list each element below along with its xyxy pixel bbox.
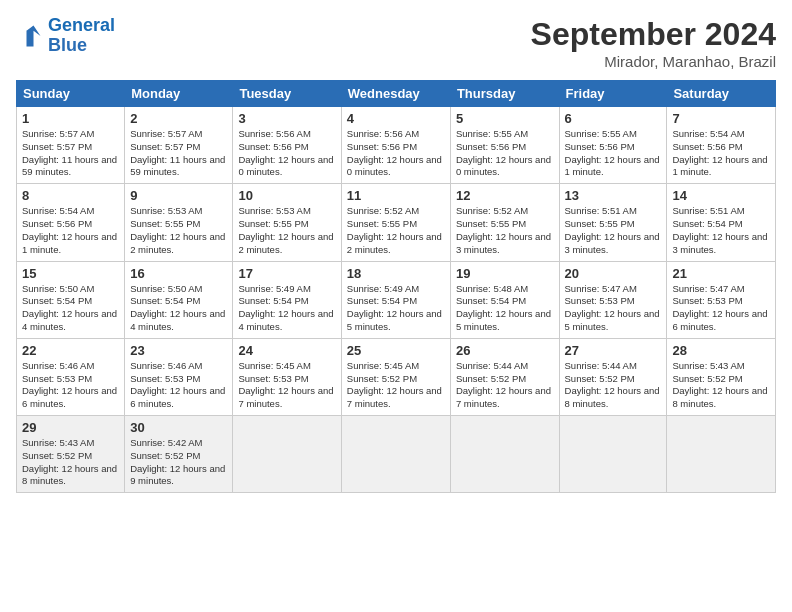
day-number: 25 [347, 343, 445, 358]
calendar-week-4: 29Sunrise: 5:43 AM Sunset: 5:52 PM Dayli… [17, 416, 776, 493]
logo-text: General Blue [48, 16, 115, 56]
day-info: Sunrise: 5:47 AM Sunset: 5:53 PM Dayligh… [565, 283, 662, 334]
day-number: 9 [130, 188, 227, 203]
day-info: Sunrise: 5:46 AM Sunset: 5:53 PM Dayligh… [22, 360, 119, 411]
day-info: Sunrise: 5:56 AM Sunset: 5:56 PM Dayligh… [347, 128, 445, 179]
day-number: 18 [347, 266, 445, 281]
day-number: 5 [456, 111, 554, 126]
day-info: Sunrise: 5:53 AM Sunset: 5:55 PM Dayligh… [238, 205, 335, 256]
calendar-cell: 26Sunrise: 5:44 AM Sunset: 5:52 PM Dayli… [450, 338, 559, 415]
calendar-cell: 5Sunrise: 5:55 AM Sunset: 5:56 PM Daylig… [450, 107, 559, 184]
calendar-cell [233, 416, 341, 493]
day-info: Sunrise: 5:50 AM Sunset: 5:54 PM Dayligh… [22, 283, 119, 334]
calendar-cell: 28Sunrise: 5:43 AM Sunset: 5:52 PM Dayli… [667, 338, 776, 415]
day-number: 11 [347, 188, 445, 203]
calendar-cell: 17Sunrise: 5:49 AM Sunset: 5:54 PM Dayli… [233, 261, 341, 338]
day-info: Sunrise: 5:45 AM Sunset: 5:53 PM Dayligh… [238, 360, 335, 411]
calendar-cell: 3Sunrise: 5:56 AM Sunset: 5:56 PM Daylig… [233, 107, 341, 184]
col-saturday: Saturday [667, 81, 776, 107]
day-number: 29 [22, 420, 119, 435]
calendar-cell: 16Sunrise: 5:50 AM Sunset: 5:54 PM Dayli… [125, 261, 233, 338]
col-thursday: Thursday [450, 81, 559, 107]
calendar-cell: 4Sunrise: 5:56 AM Sunset: 5:56 PM Daylig… [341, 107, 450, 184]
day-number: 17 [238, 266, 335, 281]
day-info: Sunrise: 5:45 AM Sunset: 5:52 PM Dayligh… [347, 360, 445, 411]
day-info: Sunrise: 5:57 AM Sunset: 5:57 PM Dayligh… [130, 128, 227, 179]
calendar-cell: 8Sunrise: 5:54 AM Sunset: 5:56 PM Daylig… [17, 184, 125, 261]
day-info: Sunrise: 5:52 AM Sunset: 5:55 PM Dayligh… [347, 205, 445, 256]
calendar-cell [450, 416, 559, 493]
calendar-cell: 10Sunrise: 5:53 AM Sunset: 5:55 PM Dayli… [233, 184, 341, 261]
col-tuesday: Tuesday [233, 81, 341, 107]
day-info: Sunrise: 5:43 AM Sunset: 5:52 PM Dayligh… [672, 360, 770, 411]
day-number: 1 [22, 111, 119, 126]
day-info: Sunrise: 5:49 AM Sunset: 5:54 PM Dayligh… [238, 283, 335, 334]
day-number: 24 [238, 343, 335, 358]
calendar-cell: 15Sunrise: 5:50 AM Sunset: 5:54 PM Dayli… [17, 261, 125, 338]
calendar-cell: 20Sunrise: 5:47 AM Sunset: 5:53 PM Dayli… [559, 261, 667, 338]
svg-marker-0 [20, 25, 41, 46]
day-info: Sunrise: 5:47 AM Sunset: 5:53 PM Dayligh… [672, 283, 770, 334]
calendar-cell: 11Sunrise: 5:52 AM Sunset: 5:55 PM Dayli… [341, 184, 450, 261]
calendar-cell: 18Sunrise: 5:49 AM Sunset: 5:54 PM Dayli… [341, 261, 450, 338]
day-info: Sunrise: 5:53 AM Sunset: 5:55 PM Dayligh… [130, 205, 227, 256]
day-info: Sunrise: 5:50 AM Sunset: 5:54 PM Dayligh… [130, 283, 227, 334]
calendar-table: Sunday Monday Tuesday Wednesday Thursday… [16, 80, 776, 493]
calendar-cell: 22Sunrise: 5:46 AM Sunset: 5:53 PM Dayli… [17, 338, 125, 415]
day-info: Sunrise: 5:48 AM Sunset: 5:54 PM Dayligh… [456, 283, 554, 334]
logo: General Blue [16, 16, 115, 56]
day-number: 20 [565, 266, 662, 281]
calendar-cell: 30Sunrise: 5:42 AM Sunset: 5:52 PM Dayli… [125, 416, 233, 493]
day-number: 3 [238, 111, 335, 126]
day-info: Sunrise: 5:51 AM Sunset: 5:54 PM Dayligh… [672, 205, 770, 256]
day-number: 27 [565, 343, 662, 358]
col-friday: Friday [559, 81, 667, 107]
calendar-cell [341, 416, 450, 493]
calendar-cell [559, 416, 667, 493]
day-info: Sunrise: 5:44 AM Sunset: 5:52 PM Dayligh… [565, 360, 662, 411]
calendar-cell: 13Sunrise: 5:51 AM Sunset: 5:55 PM Dayli… [559, 184, 667, 261]
day-info: Sunrise: 5:49 AM Sunset: 5:54 PM Dayligh… [347, 283, 445, 334]
day-number: 10 [238, 188, 335, 203]
header-row: Sunday Monday Tuesday Wednesday Thursday… [17, 81, 776, 107]
day-info: Sunrise: 5:54 AM Sunset: 5:56 PM Dayligh… [22, 205, 119, 256]
day-info: Sunrise: 5:55 AM Sunset: 5:56 PM Dayligh… [456, 128, 554, 179]
location: Mirador, Maranhao, Brazil [531, 53, 776, 70]
calendar-week-0: 1Sunrise: 5:57 AM Sunset: 5:57 PM Daylig… [17, 107, 776, 184]
day-info: Sunrise: 5:46 AM Sunset: 5:53 PM Dayligh… [130, 360, 227, 411]
calendar-body: 1Sunrise: 5:57 AM Sunset: 5:57 PM Daylig… [17, 107, 776, 493]
calendar-cell: 7Sunrise: 5:54 AM Sunset: 5:56 PM Daylig… [667, 107, 776, 184]
header: General Blue September 2024 Mirador, Mar… [16, 16, 776, 70]
day-number: 28 [672, 343, 770, 358]
day-number: 22 [22, 343, 119, 358]
calendar-week-1: 8Sunrise: 5:54 AM Sunset: 5:56 PM Daylig… [17, 184, 776, 261]
calendar-cell: 6Sunrise: 5:55 AM Sunset: 5:56 PM Daylig… [559, 107, 667, 184]
calendar-cell: 25Sunrise: 5:45 AM Sunset: 5:52 PM Dayli… [341, 338, 450, 415]
col-sunday: Sunday [17, 81, 125, 107]
day-info: Sunrise: 5:56 AM Sunset: 5:56 PM Dayligh… [238, 128, 335, 179]
calendar-cell [667, 416, 776, 493]
day-number: 14 [672, 188, 770, 203]
day-number: 21 [672, 266, 770, 281]
day-info: Sunrise: 5:54 AM Sunset: 5:56 PM Dayligh… [672, 128, 770, 179]
calendar-cell: 12Sunrise: 5:52 AM Sunset: 5:55 PM Dayli… [450, 184, 559, 261]
calendar-cell: 19Sunrise: 5:48 AM Sunset: 5:54 PM Dayli… [450, 261, 559, 338]
day-info: Sunrise: 5:44 AM Sunset: 5:52 PM Dayligh… [456, 360, 554, 411]
calendar-cell: 27Sunrise: 5:44 AM Sunset: 5:52 PM Dayli… [559, 338, 667, 415]
col-monday: Monday [125, 81, 233, 107]
col-wednesday: Wednesday [341, 81, 450, 107]
month-title: September 2024 [531, 16, 776, 53]
day-info: Sunrise: 5:55 AM Sunset: 5:56 PM Dayligh… [565, 128, 662, 179]
day-number: 13 [565, 188, 662, 203]
day-number: 8 [22, 188, 119, 203]
day-number: 23 [130, 343, 227, 358]
day-info: Sunrise: 5:57 AM Sunset: 5:57 PM Dayligh… [22, 128, 119, 179]
calendar-cell: 9Sunrise: 5:53 AM Sunset: 5:55 PM Daylig… [125, 184, 233, 261]
day-number: 30 [130, 420, 227, 435]
day-number: 15 [22, 266, 119, 281]
logo-icon [16, 22, 44, 50]
day-info: Sunrise: 5:42 AM Sunset: 5:52 PM Dayligh… [130, 437, 227, 488]
day-info: Sunrise: 5:51 AM Sunset: 5:55 PM Dayligh… [565, 205, 662, 256]
day-number: 12 [456, 188, 554, 203]
day-number: 19 [456, 266, 554, 281]
